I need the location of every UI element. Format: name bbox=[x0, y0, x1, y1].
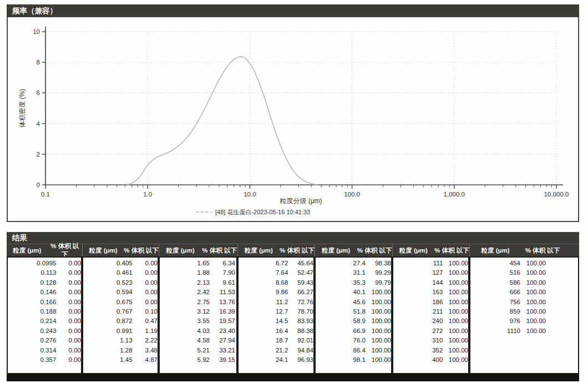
size-cell: 40.1 bbox=[316, 288, 366, 297]
table-row: 8.6859.43 bbox=[239, 278, 313, 288]
pct-cell: 9.61 bbox=[210, 278, 235, 288]
table-row: 66.9100.00 bbox=[316, 326, 391, 336]
size-cell: 1.88 bbox=[160, 268, 210, 278]
table-row: 7.6452.47 bbox=[239, 268, 313, 278]
size-cell: 0.405 bbox=[83, 259, 133, 268]
table-row: 0.2760.00 bbox=[8, 336, 81, 345]
col-header-percent: % 体积 以下 bbox=[280, 246, 315, 255]
pct-cell: 0.00 bbox=[56, 307, 81, 316]
size-cell: 7.64 bbox=[239, 268, 288, 278]
y-tick-label: 10 bbox=[33, 28, 40, 35]
table-row: 31.199.29 bbox=[316, 268, 391, 278]
table-row: 144100.00 bbox=[393, 278, 468, 288]
pct-cell: 0.00 bbox=[133, 278, 158, 288]
table-row: 6.7245.64 bbox=[239, 259, 313, 268]
size-cell: 0.357 bbox=[8, 355, 56, 365]
pct-cell: 100.00 bbox=[443, 346, 468, 355]
table-row: 976100.00 bbox=[470, 316, 578, 326]
pct-cell: 100.00 bbox=[443, 326, 468, 336]
size-cell: 0.872 bbox=[83, 316, 133, 326]
frequency-chart: 02468100.11.010.0100.01,000.010,000.0体积密… bbox=[8, 17, 578, 221]
size-cell: 111 bbox=[393, 259, 443, 268]
pct-cell: 33.21 bbox=[210, 346, 235, 355]
column-group-header: 粒度 (μm)% 体积 以下 bbox=[392, 244, 469, 256]
pct-cell: 94.84 bbox=[288, 346, 313, 355]
size-cell: 0.594 bbox=[83, 288, 133, 297]
pct-cell: 52.47 bbox=[288, 268, 313, 278]
pct-cell: 7.90 bbox=[210, 268, 235, 278]
pct-cell: 100.00 bbox=[443, 268, 468, 278]
col-header-percent: % 体积 以下 bbox=[357, 246, 392, 255]
pct-cell: 0.00 bbox=[56, 298, 81, 307]
x-tick-label: 1.0 bbox=[143, 191, 152, 198]
legend-label: [48] 花生蛋白-2023-05-16 10:41:33 bbox=[215, 209, 310, 215]
table-row: 1110100.00 bbox=[470, 326, 578, 336]
pct-cell: 0.00 bbox=[56, 326, 81, 336]
pct-cell: 0.00 bbox=[133, 288, 158, 297]
size-cell: 127 bbox=[393, 268, 443, 278]
col-header-percent: % 体积 以下 bbox=[434, 246, 469, 255]
size-cell: 18.7 bbox=[239, 336, 288, 345]
pct-cell: 100.00 bbox=[366, 326, 391, 336]
column-group: 0.09950.000.1130.000.1280.000.1460.000.1… bbox=[7, 256, 82, 374]
size-cell: 1.65 bbox=[160, 259, 210, 268]
pct-cell: 45.64 bbox=[288, 259, 313, 268]
column-group-header: 粒度 (μm)% 体积 以下 bbox=[237, 244, 315, 256]
table-row: 24.196.93 bbox=[239, 355, 313, 365]
column-group: 0.4050.000.4610.000.5230.000.5940.000.67… bbox=[82, 256, 159, 374]
column-group-header: 粒度 (μm)% 体积 以下 bbox=[159, 244, 237, 256]
col-header-size: 粒度 (μm) bbox=[470, 246, 521, 255]
table-row: 12.778.70 bbox=[239, 307, 313, 316]
size-cell: 586 bbox=[470, 278, 520, 288]
table-row: 35.399.79 bbox=[316, 278, 391, 288]
pct-cell: 100.00 bbox=[443, 336, 468, 345]
size-cell: 6.72 bbox=[239, 259, 288, 268]
pct-cell: 2.22 bbox=[133, 336, 158, 345]
size-cell: 0.523 bbox=[83, 278, 133, 288]
table-row: 186100.00 bbox=[393, 298, 468, 307]
table-row: 0.6750.00 bbox=[83, 298, 158, 307]
table-row: 516100.00 bbox=[470, 268, 578, 278]
size-cell: 0.128 bbox=[8, 278, 56, 288]
size-cell: 5.21 bbox=[160, 346, 210, 355]
x-tick-label: 0.1 bbox=[41, 191, 50, 198]
size-cell: 310 bbox=[393, 336, 443, 345]
table-row: 859100.00 bbox=[470, 307, 578, 316]
size-cell: 0.314 bbox=[8, 346, 56, 355]
pct-cell: 23.40 bbox=[210, 326, 235, 336]
pct-cell: 39.15 bbox=[210, 355, 235, 365]
col-header-size: 粒度 (μm) bbox=[238, 246, 280, 255]
table-row: 400100.00 bbox=[393, 355, 468, 365]
frequency-curve bbox=[127, 57, 317, 185]
size-cell: 0.767 bbox=[83, 307, 133, 316]
size-cell: 86.4 bbox=[316, 346, 366, 355]
frequency-chart-panel: 频率（兼容） 02468100.11.010.0100.01,000.010,0… bbox=[7, 4, 579, 222]
table-row: 0.8720.47 bbox=[83, 316, 158, 326]
pct-cell: 11.53 bbox=[210, 288, 235, 297]
size-cell: 2.13 bbox=[160, 278, 210, 288]
table-row: 0.3140.00 bbox=[8, 346, 81, 355]
size-cell: 0.243 bbox=[8, 326, 56, 336]
table-row: 1.454.87 bbox=[83, 355, 158, 365]
size-cell: 144 bbox=[393, 278, 443, 288]
size-cell: 24.1 bbox=[239, 355, 288, 365]
table-row: 0.2430.00 bbox=[8, 326, 81, 336]
size-cell: 1.45 bbox=[83, 355, 133, 365]
size-cell: 9.86 bbox=[239, 288, 288, 297]
table-row: 5.9239.15 bbox=[160, 355, 236, 365]
table-row: 1.283.48 bbox=[83, 346, 158, 355]
size-cell: 0.214 bbox=[8, 316, 56, 326]
pct-cell: 100.00 bbox=[366, 298, 391, 307]
pct-cell: 100.00 bbox=[520, 298, 546, 307]
pct-cell: 100.00 bbox=[443, 298, 468, 307]
column-group: 27.498.3831.199.2935.399.7940.1100.0045.… bbox=[315, 256, 392, 374]
pct-cell: 72.76 bbox=[288, 298, 313, 307]
results-panel-title: 结果 bbox=[7, 232, 579, 244]
pct-cell: 0.10 bbox=[133, 307, 158, 316]
size-cell: 45.6 bbox=[316, 298, 366, 307]
y-tick-label: 2 bbox=[37, 151, 40, 158]
size-cell: 756 bbox=[470, 298, 520, 307]
table-row: 127100.00 bbox=[393, 268, 468, 278]
size-cell: 98.1 bbox=[316, 355, 366, 365]
column-group: 454100.00516100.00586100.00666100.007561… bbox=[469, 256, 579, 374]
